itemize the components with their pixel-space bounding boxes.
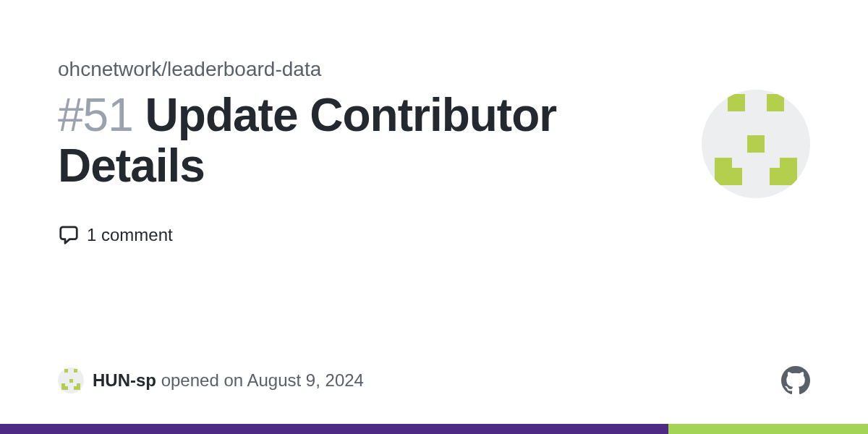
issue-title: #51 Update Contributor Details	[58, 90, 673, 192]
comments-row: 1 comment	[58, 224, 810, 246]
issue-title-text: Update Contributor Details	[58, 89, 556, 192]
title-row: #51 Update Contributor Details	[58, 90, 810, 198]
opened-action: opened on	[161, 370, 243, 390]
accent-bar-purple	[0, 424, 668, 434]
github-logo-icon	[781, 366, 810, 395]
author-avatar-small	[58, 367, 84, 393]
footer: HUN-sp opened on August 9, 2024	[58, 366, 810, 395]
opened-date: August 9, 2024	[247, 370, 363, 390]
comment-icon	[58, 224, 80, 246]
accent-bar-green	[668, 424, 868, 434]
comments-count: 1 comment	[87, 225, 173, 245]
author-username: HUN-sp	[93, 370, 156, 390]
author-avatar-large	[702, 90, 810, 198]
og-card: ohcnetwork/leaderboard-data #51 Update C…	[0, 0, 868, 434]
opened-by: HUN-sp opened on August 9, 2024	[58, 367, 364, 393]
issue-number: #51	[58, 89, 133, 141]
title-block: #51 Update Contributor Details	[58, 90, 673, 192]
accent-bar	[0, 424, 868, 434]
repo-path: ohcnetwork/leaderboard-data	[58, 58, 810, 81]
